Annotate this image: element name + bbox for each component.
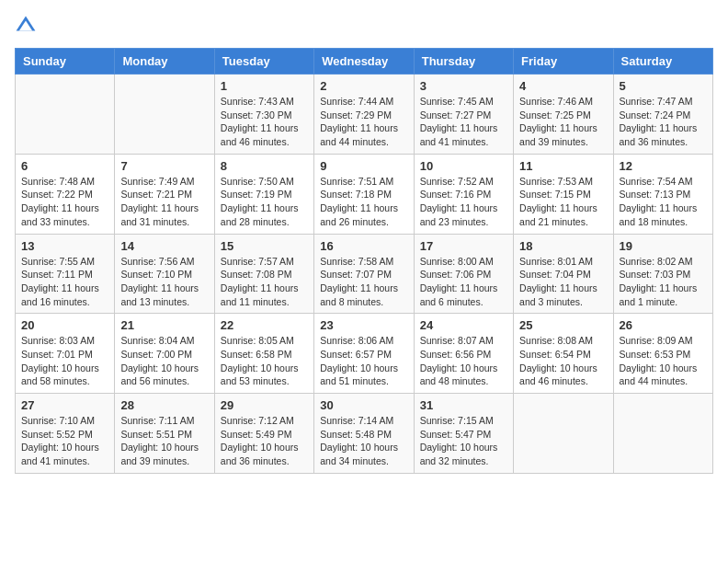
calendar-cell: 26Sunrise: 8:09 AM Sunset: 6:53 PM Dayli… — [613, 314, 712, 394]
day-number: 1 — [221, 79, 308, 93]
day-number: 21 — [120, 318, 208, 332]
day-info: Sunrise: 7:43 AM Sunset: 7:30 PM Dayligh… — [221, 95, 308, 149]
calendar-cell — [613, 394, 712, 474]
day-info: Sunrise: 8:00 AM Sunset: 7:06 PM Dayligh… — [420, 255, 507, 309]
calendar-cell — [514, 394, 613, 474]
day-number: 17 — [420, 239, 507, 253]
day-info: Sunrise: 7:48 AM Sunset: 7:22 PM Dayligh… — [21, 175, 108, 229]
day-info: Sunrise: 7:57 AM Sunset: 7:08 PM Dayligh… — [221, 255, 308, 309]
day-number: 2 — [320, 79, 407, 93]
day-number: 30 — [320, 398, 407, 412]
day-number: 18 — [519, 239, 607, 253]
calendar-cell: 13Sunrise: 7:55 AM Sunset: 7:11 PM Dayli… — [16, 234, 115, 314]
day-info: Sunrise: 7:53 AM Sunset: 7:15 PM Dayligh… — [519, 175, 607, 229]
day-info: Sunrise: 7:11 AM Sunset: 5:51 PM Dayligh… — [120, 414, 208, 468]
day-info: Sunrise: 7:14 AM Sunset: 5:48 PM Dayligh… — [320, 414, 407, 468]
calendar-cell: 17Sunrise: 8:00 AM Sunset: 7:06 PM Dayli… — [414, 234, 513, 314]
day-header: Tuesday — [214, 49, 313, 75]
day-header: Thursday — [414, 49, 513, 75]
day-number: 15 — [221, 239, 308, 253]
calendar-cell: 21Sunrise: 8:04 AM Sunset: 7:00 PM Dayli… — [115, 314, 214, 394]
day-info: Sunrise: 8:01 AM Sunset: 7:04 PM Dayligh… — [519, 255, 607, 309]
day-info: Sunrise: 7:44 AM Sunset: 7:29 PM Dayligh… — [320, 95, 407, 149]
day-info: Sunrise: 7:45 AM Sunset: 7:27 PM Dayligh… — [420, 95, 507, 149]
calendar-cell: 22Sunrise: 8:05 AM Sunset: 6:58 PM Dayli… — [214, 314, 313, 394]
logo-icon — [15, 15, 37, 37]
calendar-cell: 6Sunrise: 7:48 AM Sunset: 7:22 PM Daylig… — [16, 154, 115, 234]
calendar-cell: 20Sunrise: 8:03 AM Sunset: 7:01 PM Dayli… — [16, 314, 115, 394]
calendar-cell: 15Sunrise: 7:57 AM Sunset: 7:08 PM Dayli… — [214, 234, 313, 314]
day-number: 11 — [519, 159, 607, 173]
calendar-cell: 29Sunrise: 7:12 AM Sunset: 5:49 PM Dayli… — [214, 394, 313, 474]
calendar-header-row: SundayMondayTuesdayWednesdayThursdayFrid… — [16, 49, 713, 75]
calendar-cell: 3Sunrise: 7:45 AM Sunset: 7:27 PM Daylig… — [414, 75, 513, 155]
day-number: 7 — [120, 159, 208, 173]
calendar-cell: 5Sunrise: 7:47 AM Sunset: 7:24 PM Daylig… — [613, 75, 712, 155]
calendar-cell: 31Sunrise: 7:15 AM Sunset: 5:47 PM Dayli… — [414, 394, 513, 474]
day-info: Sunrise: 8:03 AM Sunset: 7:01 PM Dayligh… — [21, 334, 108, 388]
calendar-cell: 1Sunrise: 7:43 AM Sunset: 7:30 PM Daylig… — [214, 75, 313, 155]
day-info: Sunrise: 8:06 AM Sunset: 6:57 PM Dayligh… — [320, 334, 407, 388]
day-number: 13 — [21, 239, 108, 253]
day-info: Sunrise: 7:56 AM Sunset: 7:10 PM Dayligh… — [120, 255, 208, 309]
day-info: Sunrise: 8:07 AM Sunset: 6:56 PM Dayligh… — [420, 334, 507, 388]
calendar-cell: 8Sunrise: 7:50 AM Sunset: 7:19 PM Daylig… — [214, 154, 313, 234]
calendar-cell: 10Sunrise: 7:52 AM Sunset: 7:16 PM Dayli… — [414, 154, 513, 234]
day-header: Monday — [115, 49, 214, 75]
day-info: Sunrise: 8:08 AM Sunset: 6:54 PM Dayligh… — [519, 334, 607, 388]
day-number: 19 — [620, 239, 707, 253]
day-header: Sunday — [16, 49, 115, 75]
calendar-cell: 14Sunrise: 7:56 AM Sunset: 7:10 PM Dayli… — [115, 234, 214, 314]
day-info: Sunrise: 7:55 AM Sunset: 7:11 PM Dayligh… — [21, 255, 108, 309]
day-number: 25 — [519, 318, 607, 332]
calendar-week-row: 20Sunrise: 8:03 AM Sunset: 7:01 PM Dayli… — [16, 314, 713, 394]
calendar-cell: 24Sunrise: 8:07 AM Sunset: 6:56 PM Dayli… — [414, 314, 513, 394]
day-number: 31 — [420, 398, 507, 412]
calendar-week-row: 27Sunrise: 7:10 AM Sunset: 5:52 PM Dayli… — [16, 394, 713, 474]
logo — [15, 15, 40, 37]
day-header: Friday — [514, 49, 613, 75]
day-info: Sunrise: 7:58 AM Sunset: 7:07 PM Dayligh… — [320, 255, 407, 309]
day-info: Sunrise: 7:10 AM Sunset: 5:52 PM Dayligh… — [21, 414, 108, 468]
day-info: Sunrise: 7:52 AM Sunset: 7:16 PM Dayligh… — [420, 175, 507, 229]
calendar-cell: 16Sunrise: 7:58 AM Sunset: 7:07 PM Dayli… — [314, 234, 414, 314]
page-header — [15, 15, 713, 37]
day-info: Sunrise: 8:02 AM Sunset: 7:03 PM Dayligh… — [620, 255, 707, 309]
calendar-cell: 11Sunrise: 7:53 AM Sunset: 7:15 PM Dayli… — [514, 154, 613, 234]
calendar-cell: 12Sunrise: 7:54 AM Sunset: 7:13 PM Dayli… — [613, 154, 712, 234]
calendar-week-row: 1Sunrise: 7:43 AM Sunset: 7:30 PM Daylig… — [16, 75, 713, 155]
calendar-cell: 25Sunrise: 8:08 AM Sunset: 6:54 PM Dayli… — [514, 314, 613, 394]
day-number: 22 — [221, 318, 308, 332]
calendar-cell: 4Sunrise: 7:46 AM Sunset: 7:25 PM Daylig… — [514, 75, 613, 155]
day-number: 14 — [120, 239, 208, 253]
day-number: 4 — [519, 79, 607, 93]
day-number: 5 — [620, 79, 707, 93]
calendar-cell: 23Sunrise: 8:06 AM Sunset: 6:57 PM Dayli… — [314, 314, 414, 394]
day-header: Saturday — [613, 49, 712, 75]
calendar-cell: 19Sunrise: 8:02 AM Sunset: 7:03 PM Dayli… — [613, 234, 712, 314]
calendar-cell: 18Sunrise: 8:01 AM Sunset: 7:04 PM Dayli… — [514, 234, 613, 314]
day-info: Sunrise: 7:50 AM Sunset: 7:19 PM Dayligh… — [221, 175, 308, 229]
day-number: 6 — [21, 159, 108, 173]
day-info: Sunrise: 8:05 AM Sunset: 6:58 PM Dayligh… — [221, 334, 308, 388]
calendar-cell: 9Sunrise: 7:51 AM Sunset: 7:18 PM Daylig… — [314, 154, 414, 234]
calendar-cell: 30Sunrise: 7:14 AM Sunset: 5:48 PM Dayli… — [314, 394, 414, 474]
day-info: Sunrise: 7:47 AM Sunset: 7:24 PM Dayligh… — [620, 95, 707, 149]
day-info: Sunrise: 8:04 AM Sunset: 7:00 PM Dayligh… — [120, 334, 208, 388]
calendar-week-row: 6Sunrise: 7:48 AM Sunset: 7:22 PM Daylig… — [16, 154, 713, 234]
calendar-cell: 7Sunrise: 7:49 AM Sunset: 7:21 PM Daylig… — [115, 154, 214, 234]
day-info: Sunrise: 7:49 AM Sunset: 7:21 PM Dayligh… — [120, 175, 208, 229]
day-number: 12 — [620, 159, 707, 173]
day-number: 26 — [620, 318, 707, 332]
day-number: 20 — [21, 318, 108, 332]
calendar-table: SundayMondayTuesdayWednesdayThursdayFrid… — [15, 48, 713, 474]
calendar-week-row: 13Sunrise: 7:55 AM Sunset: 7:11 PM Dayli… — [16, 234, 713, 314]
day-info: Sunrise: 7:51 AM Sunset: 7:18 PM Dayligh… — [320, 175, 407, 229]
day-info: Sunrise: 7:15 AM Sunset: 5:47 PM Dayligh… — [420, 414, 507, 468]
day-number: 10 — [420, 159, 507, 173]
day-header: Wednesday — [314, 49, 414, 75]
calendar-cell: 2Sunrise: 7:44 AM Sunset: 7:29 PM Daylig… — [314, 75, 414, 155]
day-number: 23 — [320, 318, 407, 332]
day-number: 24 — [420, 318, 507, 332]
day-number: 16 — [320, 239, 407, 253]
